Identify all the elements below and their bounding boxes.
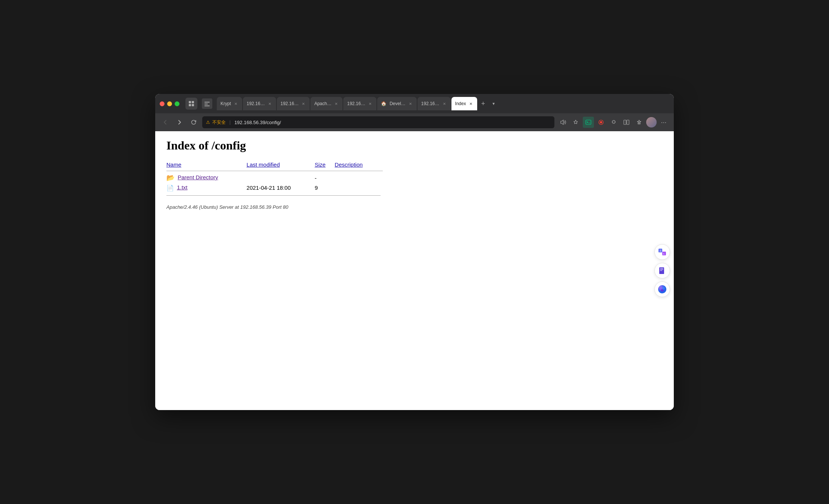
- tab-close-icon[interactable]: ✕: [301, 101, 306, 106]
- col-size-link[interactable]: Size: [315, 161, 325, 168]
- tab-dropdown-button[interactable]: ▾: [489, 99, 498, 108]
- svg-point-22: [663, 287, 665, 290]
- refresh-button[interactable]: [188, 117, 199, 128]
- tab-apache[interactable]: Apach… ✕: [310, 97, 342, 110]
- folder-icon: 📂: [166, 174, 175, 182]
- more-button[interactable]: ···: [658, 117, 669, 128]
- svg-rect-1: [192, 101, 194, 103]
- svg-rect-4: [204, 102, 210, 103]
- tab-192-3[interactable]: 192.16… ✕: [343, 97, 376, 110]
- table-row: 📂 Parent Directory -: [166, 173, 383, 183]
- new-tab-button[interactable]: +: [478, 98, 488, 109]
- file-icon: 📄: [166, 185, 174, 191]
- browser-window: Krypt ✕ 192.16… ✕ 192.16… ✕ Apach… ✕ 192…: [155, 94, 674, 410]
- page-title: Index of /config: [166, 139, 663, 152]
- col-name-link[interactable]: Name: [166, 161, 181, 168]
- page-content: Index of /config Name Last modified Size…: [155, 131, 674, 410]
- nav-right-icons: ···: [557, 117, 669, 128]
- profile-button[interactable]: [646, 117, 657, 127]
- col-header-size: Size: [315, 160, 335, 169]
- svg-rect-3: [192, 104, 194, 106]
- svg-rect-19: [660, 270, 662, 271]
- svg-rect-5: [204, 104, 208, 104]
- favorites-button[interactable]: [570, 117, 581, 128]
- col-modified-link[interactable]: Last modified: [247, 161, 280, 168]
- tab-devel[interactable]: 🏠 Devel… ✕: [377, 97, 417, 110]
- svg-text:A: A: [663, 253, 664, 255]
- split-view-button[interactable]: [621, 117, 632, 128]
- tab-192-2[interactable]: 192.16… ✕: [277, 97, 310, 110]
- directory-table: Name Last modified Size Description: [166, 160, 383, 198]
- extensions-button[interactable]: [185, 98, 197, 110]
- forward-button[interactable]: [174, 117, 185, 128]
- svg-rect-17: [660, 268, 663, 269]
- url-text: 192.168.56.39/config/: [234, 120, 281, 125]
- tab-close-icon[interactable]: ✕: [442, 101, 447, 106]
- address-bar[interactable]: ⚠ 不安全 | 192.168.56.39/config/: [202, 116, 554, 128]
- back-button[interactable]: [160, 117, 171, 128]
- extensions-sidebar-button[interactable]: [608, 117, 619, 128]
- ai-float-button[interactable]: [654, 281, 670, 297]
- svg-rect-0: [189, 101, 191, 103]
- col-desc-link[interactable]: Description: [335, 161, 363, 168]
- svg-rect-18: [660, 269, 663, 270]
- file-link[interactable]: 1.txt: [177, 184, 187, 190]
- svg-point-21: [660, 287, 662, 290]
- col-header-description: Description: [335, 160, 383, 169]
- server-footer: Apache/2.4.46 (Ubuntu) Server at 192.168…: [166, 204, 663, 210]
- sidebar-toggle-button[interactable]: [202, 98, 212, 109]
- col-header-modified: Last modified: [247, 160, 315, 169]
- svg-rect-2: [189, 104, 191, 106]
- entry-desc-cell: [335, 183, 383, 193]
- tab-close-icon[interactable]: ✕: [334, 101, 339, 106]
- close-button[interactable]: [160, 101, 165, 106]
- svg-rect-6: [204, 105, 210, 106]
- entry-name-cell: 📄 1.txt: [166, 183, 247, 193]
- svg-point-23: [661, 289, 664, 292]
- nav-bar: ⚠ 不安全 | 192.168.56.39/config/: [155, 113, 674, 131]
- tab-close-icon[interactable]: ✕: [267, 101, 272, 106]
- devtools-button[interactable]: [583, 117, 594, 128]
- svg-text:文: 文: [659, 249, 662, 252]
- tab-krypt[interactable]: Krypt ✕: [217, 97, 242, 110]
- read-aloud-button[interactable]: [557, 117, 569, 128]
- translate-float-button[interactable]: 文 A: [654, 244, 670, 260]
- ebook-float-button[interactable]: [654, 263, 670, 278]
- tab-index-active[interactable]: Index ✕: [451, 97, 477, 110]
- minimize-button[interactable]: [167, 101, 172, 106]
- parent-dir-link[interactable]: Parent Directory: [178, 174, 218, 180]
- entry-modified-cell: 2021-04-21 18:00: [247, 183, 315, 193]
- svg-point-9: [600, 121, 602, 123]
- svg-rect-11: [627, 120, 629, 125]
- entry-modified-cell: [247, 173, 315, 183]
- floating-sidebar: 文 A: [654, 244, 670, 297]
- entry-size-cell: -: [315, 173, 335, 183]
- security-warning-icon: ⚠: [206, 120, 210, 125]
- svg-rect-10: [624, 120, 626, 125]
- recording-button[interactable]: [595, 117, 607, 128]
- tab-bar: Krypt ✕ 192.16… ✕ 192.16… ✕ Apach… ✕ 192…: [217, 97, 669, 110]
- entry-desc-cell: [335, 173, 383, 183]
- tab-close-icon[interactable]: ✕: [408, 101, 413, 106]
- tab-close-icon[interactable]: ✕: [367, 101, 373, 106]
- tab-192-4[interactable]: 192.16… ✕: [417, 97, 451, 110]
- entry-name-cell: 📂 Parent Directory: [166, 173, 247, 183]
- favorites-collection-button[interactable]: [634, 117, 645, 128]
- traffic-lights: [160, 101, 179, 106]
- title-bar: Krypt ✕ 192.16… ✕ 192.16… ✕ Apach… ✕ 192…: [155, 94, 674, 113]
- svg-rect-7: [586, 120, 591, 125]
- fullscreen-button[interactable]: [175, 101, 179, 106]
- entry-size-cell: 9: [315, 183, 335, 193]
- tab-close-icon[interactable]: ✕: [468, 101, 473, 106]
- table-row: 📄 1.txt 2021-04-21 18:00 9: [166, 183, 383, 193]
- tab-close-icon[interactable]: ✕: [233, 101, 238, 106]
- tab-192-1[interactable]: 192.16… ✕: [243, 97, 276, 110]
- col-header-name: Name: [166, 160, 247, 169]
